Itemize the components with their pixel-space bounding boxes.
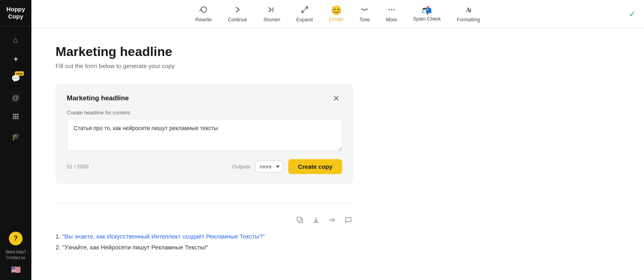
svg-line-13 <box>302 10 304 12</box>
tone-icon <box>360 5 369 15</box>
emojis-icon: 😊 <box>331 6 342 15</box>
char-count: 51 / 2000 <box>67 164 89 170</box>
svg-point-1 <box>15 114 17 115</box>
expand-label: Expand <box>296 17 313 23</box>
tool-tone[interactable]: Tone <box>351 2 378 26</box>
tool-spam-check[interactable]: 📬 Spam Check <box>405 2 449 26</box>
results-toolbar <box>56 215 353 227</box>
main: Rewrite Continue Shorten Expand <box>31 0 644 280</box>
toolbar: Rewrite Continue Shorten Expand <box>31 0 644 28</box>
form-card: Marketing headline ✕ Create headline for… <box>56 84 353 184</box>
formatting-label: Formatting <box>457 17 480 23</box>
tone-label: Tone <box>359 17 370 23</box>
continue-label: Continue <box>228 17 247 23</box>
spam-check-icon: 📬 <box>422 6 432 15</box>
logo-text: HoppyCopy <box>6 6 25 20</box>
form-footer-right: Outputs 1 2 3 more Create copy <box>232 159 342 174</box>
tool-more[interactable]: More <box>378 2 405 26</box>
rewrite-icon <box>199 5 208 15</box>
help-text: Need help?Contact us <box>5 249 26 261</box>
outputs-select[interactable]: 1 2 3 more <box>255 161 283 172</box>
home-icon: ⌂ <box>13 35 18 45</box>
spam-check-label: Spam Check <box>413 16 441 22</box>
result-number-1: 1. <box>56 233 62 240</box>
download-result-button[interactable] <box>311 215 321 227</box>
emojis-label: Emojis <box>329 17 343 22</box>
page-title: Marketing headline <box>56 44 620 59</box>
svg-point-4 <box>15 116 17 117</box>
svg-text:A: A <box>466 6 471 13</box>
logo[interactable]: HoppyCopy <box>0 0 31 26</box>
shorten-icon <box>267 5 276 15</box>
cap-icon: 🎓 <box>11 132 20 141</box>
content-textarea[interactable]: Статья про то, как нейросети пишут рекла… <box>67 119 342 151</box>
help-button[interactable]: ? <box>9 232 23 245</box>
at-icon: @ <box>12 94 19 102</box>
form-card-title: Marketing headline <box>67 94 129 102</box>
form-card-header: Marketing headline ✕ <box>67 93 342 103</box>
flag-icon[interactable]: 🇺🇸 <box>11 265 21 274</box>
chat-badge: new <box>15 71 24 76</box>
svg-point-5 <box>17 116 19 117</box>
result-link-1[interactable]: "Вы знаете, как Искусственный Интеллект … <box>62 233 265 240</box>
grid-icon <box>12 112 20 122</box>
field-label: Create headline for content <box>67 110 342 116</box>
result-number-2: 2. <box>56 244 62 251</box>
sidebar: HoppyCopy ⌂ ✦ 💬 new @ <box>0 0 31 280</box>
tool-rewrite[interactable]: Rewrite <box>188 2 220 26</box>
sidebar-bottom: ? Need help?Contact us 🇺🇸 <box>5 232 26 280</box>
shorten-label: Shorten <box>263 17 280 23</box>
tool-shorten[interactable]: Shorten <box>255 2 288 26</box>
tool-emojis[interactable]: 😊 Emojis <box>321 2 351 26</box>
sidebar-item-home[interactable]: ⌂ <box>6 31 25 49</box>
svg-point-0 <box>13 114 14 115</box>
divider <box>56 203 353 203</box>
svg-point-14 <box>388 9 390 10</box>
expand-icon <box>300 5 309 15</box>
svg-rect-20 <box>297 217 301 221</box>
continue-icon <box>233 5 242 15</box>
rewrite-label: Rewrite <box>196 17 212 23</box>
result-text-2: "Узнайте, как Нейросети пишут Рекламные … <box>62 244 208 251</box>
sidebar-item-cap[interactable]: 🎓 <box>6 128 25 145</box>
svg-point-8 <box>17 118 19 119</box>
outputs-label: Outputs <box>232 164 251 170</box>
close-button[interactable]: ✕ <box>330 93 342 103</box>
tool-formatting[interactable]: A Formatting <box>449 2 488 26</box>
tool-expand[interactable]: Expand <box>288 2 321 26</box>
sidebar-item-grid[interactable] <box>6 108 25 126</box>
more-label: More <box>386 17 397 23</box>
svg-point-6 <box>13 118 14 119</box>
svg-point-2 <box>17 114 19 115</box>
svg-point-15 <box>391 9 392 10</box>
svg-line-9 <box>269 8 271 10</box>
comment-result-button[interactable] <box>343 215 353 227</box>
tool-continue[interactable]: Continue <box>220 2 255 26</box>
svg-point-7 <box>15 118 17 119</box>
form-footer: 51 / 2000 Outputs 1 2 3 more Create copy <box>67 159 342 174</box>
create-copy-button[interactable]: Create copy <box>288 159 342 174</box>
content-area: Marketing headline Fill out the form bel… <box>31 28 644 280</box>
sidebar-item-chat[interactable]: 💬 new <box>6 70 25 87</box>
sidebar-item-at[interactable]: @ <box>6 89 25 107</box>
sidebar-item-magic[interactable]: ✦ <box>6 50 25 68</box>
more-icon <box>387 5 396 15</box>
svg-point-3 <box>13 116 14 117</box>
svg-point-16 <box>393 9 394 10</box>
result-item-1: 1. "Вы знаете, как Искусственный Интелле… <box>56 233 353 240</box>
formatting-icon: A <box>464 5 473 15</box>
send-result-button[interactable] <box>327 215 337 227</box>
copy-result-button[interactable] <box>295 215 305 227</box>
svg-line-10 <box>269 10 271 12</box>
page-subtitle: Fill out the form below to generate your… <box>56 62 620 69</box>
svg-line-12 <box>305 7 308 9</box>
magic-icon: ✦ <box>12 54 19 64</box>
check-icon: ✓ <box>629 9 636 19</box>
result-item-2: 2. "Узнайте, как Нейросети пишут Рекламн… <box>56 244 353 251</box>
toolbar-inner: Rewrite Continue Shorten Expand <box>188 2 488 26</box>
sidebar-nav: ⌂ ✦ 💬 new @ <box>0 26 31 232</box>
